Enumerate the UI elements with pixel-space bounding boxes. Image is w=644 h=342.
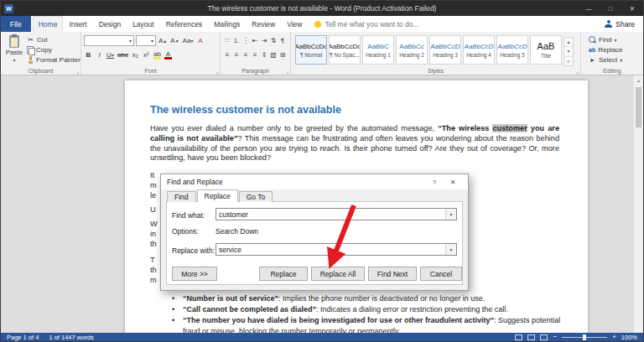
paragraph-dialog-launcher[interactable]: ⌟ bbox=[286, 68, 288, 74]
print-layout-icon[interactable] bbox=[527, 334, 535, 340]
align-right-button[interactable]: ≡ bbox=[242, 49, 250, 60]
tab-review[interactable]: Review bbox=[246, 16, 281, 32]
bullet-icon: • bbox=[172, 293, 183, 304]
font-size-combo[interactable]: ▾ bbox=[136, 35, 156, 46]
scrollbar-up-icon[interactable]: ▲ bbox=[634, 75, 643, 86]
minimize-button[interactable]: — bbox=[578, 1, 600, 16]
replace-all-button[interactable]: Replace All bbox=[311, 267, 365, 281]
zoom-level[interactable]: 100% bbox=[621, 334, 637, 341]
align-left-button[interactable]: ≡ bbox=[223, 49, 231, 60]
zoom-slider-thumb[interactable] bbox=[583, 334, 586, 340]
find-what-dropdown-icon[interactable]: ▼ bbox=[445, 209, 456, 220]
zoom-out-button[interactable]: − bbox=[553, 334, 557, 340]
cut-button[interactable]: ✂ Cut bbox=[27, 35, 78, 44]
vertical-scrollbar[interactable]: ▲ bbox=[633, 75, 643, 333]
format-painter-label: Format Painter bbox=[36, 56, 80, 64]
borders-button[interactable]: ⊞ bbox=[278, 49, 287, 60]
style-heading-2[interactable]: AaBbCc Heading 2 bbox=[396, 35, 428, 65]
increase-indent-button[interactable]: ⇥ bbox=[260, 35, 268, 46]
find-what-combobox[interactable]: customer ▼ bbox=[216, 208, 457, 220]
tab-references[interactable]: References bbox=[160, 16, 208, 32]
style-title[interactable]: AaB Title bbox=[530, 35, 562, 65]
text-highlight-button[interactable]: ab bbox=[153, 49, 162, 60]
copy-button[interactable]: Copy bbox=[27, 45, 78, 54]
tab-view[interactable]: View bbox=[281, 16, 308, 32]
replace-with-label: Replace with: bbox=[172, 246, 215, 255]
style-heading-1[interactable]: AaBbC Heading 1 bbox=[362, 35, 394, 65]
font-name-combo[interactable]: ▾ bbox=[84, 35, 134, 46]
styles-dialog-launcher[interactable]: ⌟ bbox=[576, 68, 579, 74]
show-paragraph-marks-button[interactable]: ¶ bbox=[278, 35, 287, 46]
decrease-indent-button[interactable]: ⇤ bbox=[251, 35, 259, 46]
more-button[interactable]: More >> bbox=[172, 267, 217, 281]
find-next-button[interactable]: Find Next bbox=[368, 267, 417, 281]
dialog-tab-find[interactable]: Find bbox=[167, 191, 196, 202]
superscript-button[interactable]: x² bbox=[142, 49, 151, 60]
tab-design[interactable]: Design bbox=[93, 16, 127, 32]
tab-layout[interactable]: Layout bbox=[127, 16, 160, 32]
tab-mailings[interactable]: Mailings bbox=[208, 16, 246, 32]
read-mode-icon[interactable] bbox=[515, 334, 522, 340]
underline-button[interactable]: U▾ bbox=[106, 49, 115, 60]
style-heading-5[interactable]: AaBbCcD Heading 5 bbox=[496, 35, 528, 65]
subscript-button[interactable]: x₂ bbox=[131, 49, 140, 60]
dialog-help-button[interactable]: ? bbox=[425, 179, 444, 186]
dialog-close-button[interactable]: ✕ bbox=[444, 179, 462, 186]
italic-button[interactable]: I bbox=[95, 49, 104, 60]
page-indicator[interactable]: Page 1 of 4 bbox=[7, 334, 39, 341]
paste-button[interactable]: Paste ▾ bbox=[3, 34, 25, 65]
dialog-titlebar[interactable]: Find and Replace ? ✕ bbox=[161, 174, 468, 189]
tab-file[interactable]: File bbox=[1, 16, 31, 32]
scrollbar-thumb[interactable] bbox=[636, 87, 641, 127]
select-button[interactable]: ▸ Select ▾ bbox=[589, 55, 641, 65]
styles-scroll-down-icon[interactable]: ▼ bbox=[564, 47, 573, 56]
grow-font-button[interactable]: A▲ bbox=[158, 35, 168, 46]
line-spacing-button[interactable]: ⇕ bbox=[260, 49, 268, 60]
style-normal[interactable]: AaBbCcDd ¶ Normal bbox=[295, 35, 327, 65]
dialog-replace-button[interactable]: Replace bbox=[259, 267, 308, 281]
word-count[interactable]: 1 of 1447 words bbox=[49, 334, 93, 341]
find-button[interactable]: Find ▾ bbox=[589, 35, 641, 44]
align-center-button[interactable]: ≡ bbox=[232, 49, 241, 60]
style-heading-3[interactable]: AaBbCcD Heading 3 bbox=[429, 35, 461, 65]
share-button[interactable]: Share bbox=[596, 16, 643, 32]
bullets-button[interactable]: ∷ bbox=[223, 35, 231, 46]
font-color-button[interactable]: A bbox=[164, 49, 173, 60]
change-case-button[interactable]: Aa▾ bbox=[182, 35, 195, 46]
search-icon bbox=[589, 36, 596, 44]
dialog-tab-replace[interactable]: Replace bbox=[197, 189, 238, 202]
web-layout-icon[interactable] bbox=[540, 334, 548, 340]
clipboard-dialog-launcher[interactable]: ⌟ bbox=[76, 68, 79, 74]
shading-button[interactable]: ▧ bbox=[269, 49, 278, 60]
multilevel-list-button[interactable]: ⋮ bbox=[242, 35, 250, 46]
styles-scroll-up-icon[interactable]: ▲ bbox=[564, 38, 573, 47]
replace-button[interactable]: ab Replace bbox=[589, 45, 641, 54]
ribbon-tab-row: File Home Insert Design Layout Reference… bbox=[1, 16, 643, 32]
restore-button[interactable]: □ bbox=[600, 1, 621, 16]
strikethrough-button[interactable]: abc bbox=[117, 49, 129, 60]
paste-dropdown-icon[interactable]: ▾ bbox=[13, 57, 15, 63]
tab-insert[interactable]: Insert bbox=[63, 16, 92, 32]
tell-me-box[interactable]: Tell me what you want to do... bbox=[308, 16, 425, 32]
zoom-slider[interactable] bbox=[562, 337, 607, 338]
dialog-tab-goto[interactable]: Go To bbox=[239, 191, 273, 202]
replace-with-combobox[interactable]: service ▼ bbox=[216, 243, 457, 256]
clear-formatting-button[interactable]: A bbox=[195, 35, 205, 46]
cancel-button[interactable]: Cancel bbox=[420, 267, 462, 281]
tab-home[interactable]: Home bbox=[33, 16, 64, 32]
font-dialog-launcher[interactable]: ⌟ bbox=[216, 68, 218, 74]
numbering-button[interactable]: 1. bbox=[232, 35, 241, 46]
dialog-title: Find and Replace bbox=[167, 178, 425, 186]
styles-gallery-more-icon[interactable]: ≡ bbox=[564, 57, 573, 65]
style-no-spacing[interactable]: AaBbCcDd ¶ No Spac... bbox=[329, 35, 361, 65]
group-editing: Find ▾ ab Replace ▸ Select ▾ Editing bbox=[581, 32, 643, 75]
zoom-in-button[interactable]: + bbox=[612, 334, 616, 340]
style-heading-4[interactable]: AaBbCcD Heading 4 bbox=[463, 35, 495, 65]
format-painter-button[interactable]: Format Painter bbox=[27, 55, 78, 65]
replace-with-dropdown-icon[interactable]: ▼ bbox=[445, 244, 456, 255]
bold-button[interactable]: B bbox=[84, 49, 93, 60]
sort-button[interactable]: ⇅ bbox=[269, 35, 278, 46]
shrink-font-button[interactable]: A▼ bbox=[169, 35, 179, 46]
justify-button[interactable]: ≡ bbox=[251, 49, 259, 60]
close-button[interactable]: ✕ bbox=[621, 1, 643, 16]
